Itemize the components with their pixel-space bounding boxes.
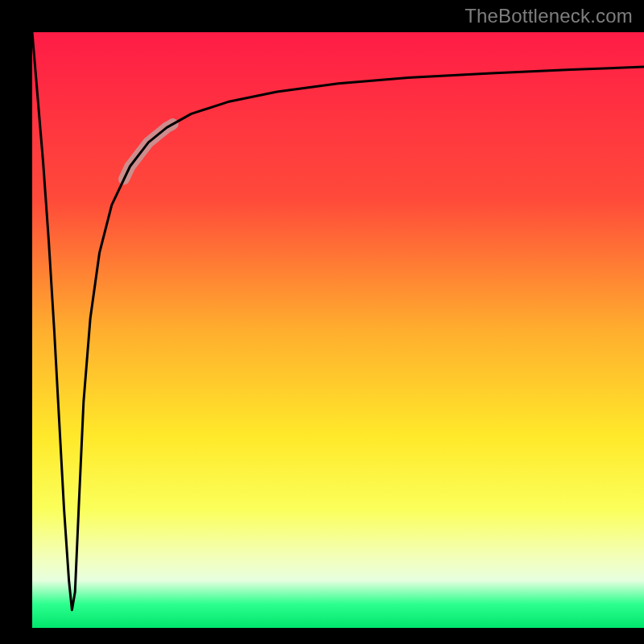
- gradient-background: [32, 32, 644, 628]
- plot-area: [32, 32, 644, 628]
- watermark-text: TheBottleneck.com: [464, 5, 633, 27]
- chart-frame: TheBottleneck.com: [0, 0, 644, 644]
- bottleneck-chart: [32, 32, 644, 628]
